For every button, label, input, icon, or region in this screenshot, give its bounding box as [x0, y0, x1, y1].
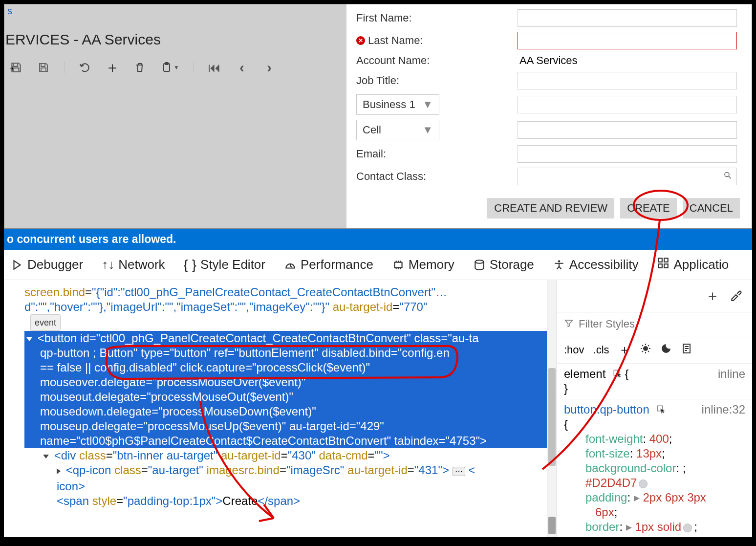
style-editor-icon: { }	[184, 257, 196, 273]
ellipsis-badge[interactable]: ⋯	[453, 467, 465, 476]
styles-panel: ＋ :hov .cls ＋	[557, 280, 752, 537]
cls-toggle[interactable]: .cls	[593, 344, 609, 356]
inspect-icon[interactable]	[656, 403, 665, 416]
svg-rect-14	[665, 258, 669, 262]
delete-icon[interactable]	[133, 61, 147, 74]
svg-line-24	[642, 351, 643, 352]
account-name-value: AA Services	[518, 54, 578, 67]
create-contact-panel: First Name: ✕ Last Name: Account Name: A…	[346, 4, 752, 228]
new-rule-icon[interactable]: ＋	[705, 286, 720, 306]
create-button[interactable]: CREATE	[620, 198, 677, 218]
hov-toggle[interactable]: :hov	[564, 344, 584, 356]
phone1-input[interactable]	[518, 96, 737, 113]
svg-point-11	[475, 260, 483, 263]
dialog-buttons: CREATE AND REVIEW CREATE CANCEL	[487, 198, 740, 218]
create-and-review-button[interactable]: CREATE AND REVIEW	[487, 198, 614, 218]
page-title: ERVICES - AA Services	[5, 31, 346, 48]
filter-styles-input[interactable]	[579, 318, 745, 330]
tab-debugger[interactable]: Debugger	[4, 255, 90, 274]
first-icon[interactable]: ⏮	[208, 61, 221, 74]
last-name-input[interactable]	[518, 32, 737, 49]
svg-rect-15	[659, 264, 663, 268]
tab-application[interactable]: Applicatio	[650, 255, 735, 275]
tab-storage[interactable]: Storage	[466, 255, 541, 274]
error-icon: ✕	[356, 36, 365, 45]
tab-network[interactable]: ↑↓ Network	[95, 255, 172, 274]
search-icon[interactable]	[723, 171, 732, 182]
app-left-pane: s ERVICES - AA Services ＋	[4, 4, 346, 228]
email-input[interactable]	[518, 145, 737, 163]
inspect-icon[interactable]	[613, 367, 625, 380]
job-title-label: Job Title:	[356, 74, 518, 87]
light-mode-icon[interactable]	[640, 343, 651, 357]
html-inspector[interactable]: screen.bind="{"id":"ctl00_phG_PanelCreat…	[4, 280, 547, 537]
dark-mode-icon[interactable]	[660, 343, 672, 357]
first-name-input[interactable]	[518, 9, 737, 27]
save-close-icon[interactable]	[9, 61, 23, 74]
contact-class-label: Contact Class:	[356, 170, 518, 183]
save-icon[interactable]	[37, 61, 50, 74]
contact-class-input[interactable]	[518, 168, 737, 185]
svg-point-12	[558, 260, 560, 262]
network-icon: ↑↓	[102, 257, 114, 272]
plus-icon[interactable]: ＋	[618, 341, 631, 358]
svg-point-17	[643, 346, 648, 351]
application-icon	[657, 257, 670, 273]
tab-accessibility[interactable]: Accessibility	[546, 255, 646, 274]
tab-style-editor[interactable]: { } Style Editor	[177, 255, 272, 275]
selected-button-node[interactable]: <button id="ctl00_phG_PanelCreateContact…	[24, 331, 547, 448]
chevron-down-icon: ▼	[422, 98, 433, 111]
html-scrollbar[interactable]	[547, 280, 557, 537]
svg-line-3	[729, 176, 731, 179]
svg-rect-4	[394, 262, 402, 267]
truncated-link: s	[4, 4, 346, 18]
svg-line-22	[642, 345, 643, 346]
last-name-label: ✕ Last Name:	[356, 34, 518, 47]
devtools-tabs: Debugger ↑↓ Network { } Style Editor Per…	[4, 250, 752, 280]
phone2-input[interactable]	[518, 121, 737, 139]
print-icon[interactable]	[681, 343, 692, 357]
svg-rect-16	[665, 264, 669, 268]
event-badge[interactable]: event	[30, 314, 61, 331]
email-label: Email:	[356, 148, 518, 160]
svg-point-2	[725, 173, 729, 177]
devtools: Debugger ↑↓ Network { } Style Editor Per…	[4, 250, 752, 537]
job-title-input[interactable]	[518, 72, 737, 89]
add-icon[interactable]: ＋	[106, 61, 119, 74]
svg-rect-13	[659, 258, 663, 262]
svg-line-25	[648, 345, 649, 346]
chevron-down-icon: ▼	[422, 124, 433, 136]
tab-memory[interactable]: Memory	[385, 255, 461, 274]
next-icon[interactable]: ›	[262, 61, 276, 74]
undo-icon[interactable]	[78, 61, 92, 74]
cancel-button[interactable]: CANCEL	[683, 198, 740, 218]
license-warning-bar: o concurrent users are allowed.	[4, 229, 752, 250]
toolbar: ＋ ▼ ⏮ ‹ ›	[4, 57, 346, 78]
account-name-label: Account Name:	[356, 54, 518, 67]
filter-icon	[564, 317, 574, 331]
phone1-type-select[interactable]: Business 1▼	[356, 94, 439, 115]
first-name-label: First Name:	[356, 12, 518, 24]
tab-performance[interactable]: Performance	[277, 255, 380, 274]
svg-line-23	[648, 351, 649, 352]
clipboard-icon[interactable]: ▼	[160, 61, 180, 74]
prev-icon[interactable]: ‹	[235, 61, 249, 74]
eyedropper-icon[interactable]	[730, 288, 742, 304]
phone2-type-select[interactable]: Cell▼	[356, 120, 439, 140]
